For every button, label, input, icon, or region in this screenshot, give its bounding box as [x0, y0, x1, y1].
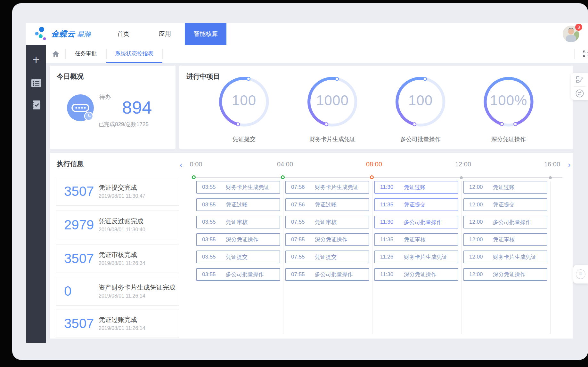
- event-box[interactable]: 11:30多公司批量操作: [374, 216, 458, 228]
- event-box[interactable]: 03:55财务卡片生成凭证: [196, 181, 280, 194]
- timeline-marker-orange: [370, 175, 374, 179]
- brand-logo[interactable]: 金蝶云星瀚: [34, 26, 91, 42]
- event-box[interactable]: 07:55凭证提交: [285, 251, 369, 263]
- todo-icon: [66, 94, 94, 122]
- event-label: 多公司批量操作: [404, 219, 442, 226]
- event-label: 凭证过账: [226, 201, 248, 208]
- event-box[interactable]: 07:56财务卡片生成凭证: [285, 181, 369, 194]
- today-title: 今日概况: [57, 72, 84, 81]
- execution-item[interactable]: 2979凭证反过账完成2019/08/01 11:30:40: [56, 211, 179, 239]
- event-time: 11:35: [380, 202, 404, 208]
- event-box[interactable]: 11:30凭证过账: [374, 181, 458, 194]
- execution-timestamp: 2019/08/01 11:30:47: [99, 193, 145, 199]
- brand-sub: 星瀚: [77, 30, 91, 38]
- timeline-tick-label[interactable]: 16:00: [536, 161, 568, 168]
- column-separator: [550, 181, 551, 334]
- event-column-3: 11:30凭证过账11:35凭证提交11:30多公司批量操作11:35凭证审核1…: [374, 181, 458, 285]
- gauge-2: 1000财务卡片生成凭证: [300, 69, 364, 146]
- event-label: 凭证提交: [493, 201, 515, 208]
- execution-item[interactable]: 3507凭证过账完成2019/08/01 11:26:14: [56, 309, 179, 338]
- execution-item[interactable]: 0资产财务卡片生成凭证完成2019/08/01 11:26:14: [56, 277, 179, 306]
- tab-task-approval[interactable]: 任务审批: [65, 45, 106, 63]
- tab-system-status[interactable]: 系统状态控指表: [106, 45, 162, 63]
- event-time: 11:30: [380, 219, 404, 225]
- todo-label: 待办: [99, 93, 111, 101]
- event-box[interactable]: 12:00财务卡片生成凭证: [463, 251, 547, 263]
- layout-edit-button[interactable]: [571, 73, 588, 86]
- event-box[interactable]: 12:00凭证提交: [463, 198, 547, 211]
- event-box[interactable]: 07:55多公司批量操作: [285, 268, 369, 281]
- execution-item[interactable]: 3507凭证审核完成2019/08/01 11:26:34: [56, 244, 179, 273]
- timeline-tick-label[interactable]: 0:00: [180, 161, 212, 168]
- timeline-next-button[interactable]: ›: [568, 161, 571, 169]
- gauge-value: 100: [388, 92, 453, 108]
- event-box[interactable]: 12:00多公司批量操作: [463, 216, 547, 228]
- sidebar-tasks-button[interactable]: [26, 98, 46, 112]
- execution-name: 凭证提交完成: [99, 183, 137, 192]
- gauge-value: 100: [212, 92, 276, 108]
- timeline-tick-label[interactable]: 08:00: [358, 161, 390, 168]
- tab-strip: 任务审批 系统状态控指表: [46, 45, 588, 63]
- event-box[interactable]: 07:55凭证审核: [285, 216, 369, 228]
- event-label: 财务卡片生成凭证: [404, 253, 447, 261]
- timeline-axis: [192, 177, 562, 178]
- plus-icon: +: [32, 53, 39, 66]
- event-box[interactable]: 07:56凭证过账: [285, 198, 369, 211]
- transfer-button[interactable]: [571, 87, 588, 100]
- timeline-marker-gray: [549, 176, 552, 179]
- gauge-1: 100凭证提交: [212, 69, 276, 146]
- event-label: 多公司批量操作: [226, 271, 264, 278]
- event-box[interactable]: 03:55多公司批量操作: [196, 268, 280, 281]
- event-box[interactable]: 11:26财务卡片生成凭证: [374, 251, 458, 263]
- sidebar-list-button[interactable]: [26, 76, 46, 90]
- fullscreen-button[interactable]: [577, 45, 588, 63]
- screenshot-stage: 金蝶云星瀚 首页 应用 智能核算 3 任务审批 系统状态控指表: [0, 0, 588, 367]
- event-time: 07:55: [291, 271, 315, 278]
- app-window: 金蝶云星瀚 首页 应用 智能核算 3 任务审批 系统状态控指表: [12, 3, 588, 360]
- event-box[interactable]: 11:35凭证提交: [374, 198, 458, 211]
- event-box[interactable]: 11:35凭证审核: [374, 233, 458, 246]
- today-summary: 已完成829/总数1725: [99, 121, 149, 128]
- event-label: 凭证审核: [315, 219, 337, 226]
- layout-edit-icon: [576, 76, 584, 84]
- gauge-value: 100%: [477, 92, 541, 108]
- top-navbar: 金蝶云星瀚 首页 应用 智能核算 3: [26, 23, 588, 45]
- notebook-check-icon: [32, 100, 41, 110]
- nav-item-apps[interactable]: 应用: [149, 23, 181, 45]
- tab-divider: [574, 49, 575, 59]
- event-label: 凭证审核: [404, 236, 426, 243]
- timeline-tick-label[interactable]: 04:00: [269, 161, 301, 168]
- event-label: 凭证审核: [226, 219, 248, 226]
- event-label: 深分凭证操作: [493, 271, 526, 278]
- event-box[interactable]: 12:00凭证审核: [463, 233, 547, 246]
- sidebar-new-button[interactable]: +: [26, 52, 46, 67]
- event-label: 凭证审核: [493, 236, 515, 243]
- projects-card: 进行中项目 100凭证提交 1000财务卡片生成凭证 100多公司批量操作 10…: [179, 66, 573, 149]
- event-box[interactable]: 03:55凭证提交: [196, 251, 280, 263]
- event-box[interactable]: 11:30深分凭证操作: [374, 268, 458, 281]
- execution-item[interactable]: 3507凭证提交完成2019/08/01 11:30:47: [56, 177, 179, 206]
- execution-timestamp: 2019/08/01 11:26:14: [99, 293, 145, 299]
- collapsed-menu-tab[interactable]: ≡: [573, 265, 588, 283]
- execution-timestamp: 2019/08/01 11:26:14: [99, 325, 145, 331]
- column-separator: [461, 181, 461, 334]
- execution-count: 2979: [64, 217, 94, 233]
- nav-item-active-module[interactable]: 智能核算: [185, 23, 226, 45]
- event-time: 03:55: [202, 202, 226, 208]
- event-time: 12:00: [469, 202, 493, 208]
- event-label: 财务卡片生成凭证: [315, 184, 358, 191]
- event-box[interactable]: 03:55凭证审核: [196, 216, 280, 228]
- tab-home[interactable]: [46, 45, 65, 63]
- event-box[interactable]: 12:00深分凭证操作: [463, 268, 547, 281]
- nav-item-home[interactable]: 首页: [107, 23, 139, 45]
- brand-name: 金蝶云星瀚: [51, 29, 91, 39]
- event-box[interactable]: 07:55深分凭证操作: [285, 233, 369, 246]
- event-box[interactable]: 03:55凭证过账: [196, 198, 280, 211]
- timeline-tick-label[interactable]: 12:00: [447, 161, 479, 168]
- event-box[interactable]: 12:00凭证过账: [463, 181, 547, 194]
- right-tool-panel: [571, 73, 588, 100]
- execution-name: 资产财务卡片生成凭证完成: [99, 283, 176, 292]
- execution-title: 执行信息: [57, 159, 84, 168]
- event-box[interactable]: 03:55深分凭证操作: [196, 233, 280, 246]
- tab-divider: [162, 49, 163, 59]
